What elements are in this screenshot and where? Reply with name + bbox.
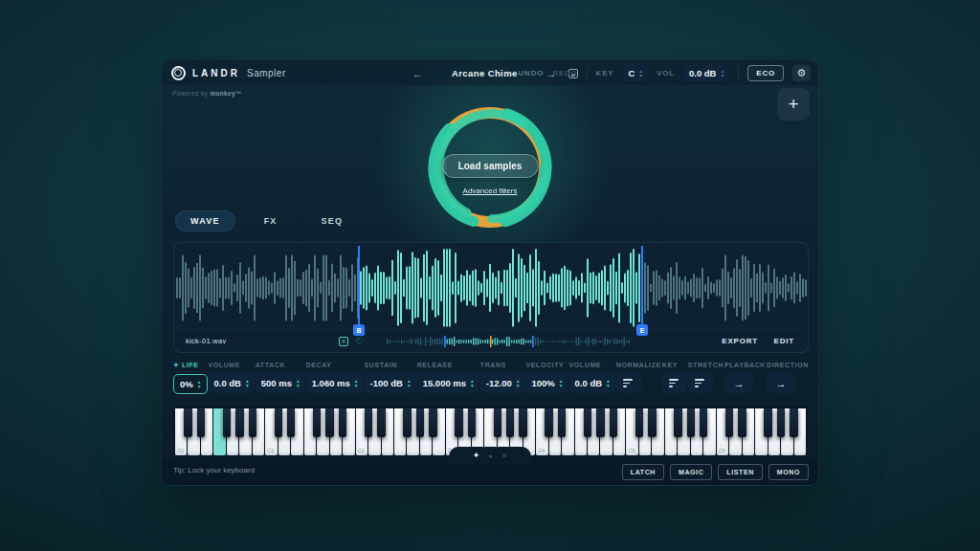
black-key[interactable] bbox=[687, 408, 695, 437]
black-key[interactable] bbox=[584, 408, 591, 437]
black-key[interactable] bbox=[790, 408, 797, 437]
param-value-box[interactable]: 1.060 ms▴▾ bbox=[306, 373, 364, 393]
bar bbox=[623, 383, 630, 385]
undo-button[interactable]: UNDO bbox=[519, 69, 545, 77]
black-key[interactable] bbox=[416, 408, 424, 437]
param-value-box[interactable]: -12.00▴▾ bbox=[480, 373, 525, 393]
tab-fx[interactable]: FX bbox=[249, 210, 293, 231]
black-key[interactable] bbox=[275, 408, 282, 437]
listen-button[interactable]: LISTEN bbox=[718, 464, 763, 480]
level-bars-icon[interactable] bbox=[616, 373, 641, 393]
favorite-heart-icon[interactable]: ♡ bbox=[355, 337, 364, 346]
load-samples-button[interactable]: Load samples bbox=[442, 154, 539, 178]
black-key[interactable] bbox=[468, 408, 476, 437]
prev-preset-icon[interactable]: ← bbox=[412, 68, 423, 79]
black-key[interactable] bbox=[365, 408, 372, 437]
export-button[interactable]: EXPORT bbox=[722, 337, 758, 345]
param-value-box[interactable]: 100%▴▾ bbox=[525, 373, 568, 393]
black-key[interactable] bbox=[235, 408, 243, 437]
param-value-box[interactable]: 0%▴▾ bbox=[173, 374, 208, 394]
close-icon[interactable]: ✕ bbox=[501, 452, 508, 460]
black-key[interactable] bbox=[635, 408, 643, 437]
black-key[interactable] bbox=[725, 408, 733, 437]
black-key[interactable] bbox=[339, 408, 346, 437]
mono-button[interactable]: MONO bbox=[768, 464, 809, 480]
black-key[interactable] bbox=[777, 408, 785, 437]
vol-input[interactable]: 0.0 dB ▴▾ bbox=[683, 65, 729, 81]
level-bars-icon[interactable] bbox=[688, 373, 713, 393]
bar bbox=[669, 386, 673, 387]
black-key[interactable] bbox=[519, 408, 526, 437]
octave-label: C6 bbox=[719, 448, 725, 453]
stepper-icon[interactable]: ▴▾ bbox=[408, 379, 411, 387]
param-value-box[interactable]: 500 ms▴▾ bbox=[256, 373, 305, 393]
black-key[interactable] bbox=[197, 408, 205, 437]
black-key[interactable] bbox=[545, 408, 552, 437]
waveform-display[interactable] bbox=[175, 247, 807, 329]
black-key[interactable] bbox=[429, 408, 436, 437]
sparkle-icon[interactable]: ✦ bbox=[473, 451, 480, 460]
redo-button[interactable]: REDO bbox=[552, 69, 577, 77]
level-bars-icon[interactable] bbox=[662, 373, 687, 393]
record-dot-icon[interactable]: ● bbox=[488, 452, 492, 459]
waveform-overview-strip[interactable] bbox=[387, 336, 632, 347]
stepper-icon[interactable]: ▴▾ bbox=[560, 379, 563, 387]
powered-by-label: Powered by monkey™ bbox=[172, 90, 242, 97]
black-key[interactable] bbox=[249, 408, 256, 437]
black-key[interactable] bbox=[738, 408, 746, 437]
param-value: -12.00 bbox=[486, 378, 512, 388]
param-value-box[interactable]: 15.000 ms▴▾ bbox=[417, 373, 479, 393]
stepper-icon[interactable]: ▴▾ bbox=[355, 379, 358, 387]
black-key[interactable] bbox=[764, 408, 771, 437]
stepper-icon[interactable]: ▴▾ bbox=[246, 379, 249, 387]
black-key[interactable] bbox=[287, 408, 295, 437]
advanced-filters-link[interactable]: Advanced filters bbox=[463, 187, 518, 195]
black-key[interactable] bbox=[377, 408, 385, 437]
black-key[interactable] bbox=[494, 408, 501, 437]
selection-end-marker[interactable]: E bbox=[641, 246, 643, 334]
add-sample-button[interactable]: + bbox=[777, 88, 810, 121]
random-sample-icon[interactable]: ✕ bbox=[339, 337, 348, 346]
latch-button[interactable]: LATCH bbox=[622, 464, 664, 480]
settings-gear-icon[interactable]: ⚙ bbox=[792, 65, 811, 81]
black-key[interactable] bbox=[610, 408, 617, 437]
stepper-icon[interactable]: ▴▾ bbox=[471, 379, 474, 387]
black-key[interactable] bbox=[403, 408, 411, 437]
stepper-icon[interactable]: ▴▾ bbox=[517, 379, 520, 387]
black-key[interactable] bbox=[648, 408, 656, 437]
param-value-box[interactable]: 0.0 dB▴▾ bbox=[208, 373, 254, 393]
arrow-right-icon[interactable]: → bbox=[767, 373, 795, 393]
key-stepper-icon[interactable]: ▴▾ bbox=[639, 69, 642, 77]
desktop-background: LANDR Sampler ← Arcane Chime → UNDO REDO… bbox=[0, 0, 980, 551]
param-label: TRANS bbox=[480, 362, 525, 368]
param-value-box[interactable]: 0.0 dB▴▾ bbox=[569, 373, 615, 393]
param-value: 0.0 dB bbox=[213, 378, 241, 388]
vol-stepper-icon[interactable]: ▴▾ bbox=[721, 69, 724, 77]
stepper-icon[interactable]: ▴▾ bbox=[198, 380, 201, 388]
stepper-icon[interactable]: ▴▾ bbox=[607, 379, 610, 387]
black-key[interactable] bbox=[455, 408, 462, 437]
footer-bar: ✦ ● ✕ Tip: Lock your keyboard LATCHMAGIC… bbox=[162, 458, 818, 485]
black-key[interactable] bbox=[325, 408, 333, 437]
param-key: KEY bbox=[662, 362, 687, 394]
param-value-box[interactable]: -100 dB▴▾ bbox=[365, 373, 416, 393]
arrow-right-icon[interactable]: → bbox=[724, 373, 753, 393]
black-key[interactable] bbox=[674, 408, 681, 437]
eco-button[interactable]: ECO bbox=[747, 65, 784, 81]
param-normalize: NORMALIZE bbox=[616, 362, 661, 394]
black-key[interactable] bbox=[223, 408, 231, 437]
black-key[interactable] bbox=[506, 408, 514, 437]
black-key[interactable] bbox=[558, 408, 566, 437]
black-key[interactable] bbox=[596, 408, 604, 437]
tab-wave[interactable]: WAVE bbox=[175, 210, 235, 231]
magic-button[interactable]: MAGIC bbox=[670, 464, 712, 480]
black-key[interactable] bbox=[313, 408, 321, 437]
black-key[interactable] bbox=[700, 408, 707, 437]
edit-button[interactable]: EDIT bbox=[774, 337, 794, 345]
key-select[interactable]: C ▴▾ bbox=[622, 65, 648, 81]
selection-begin-marker[interactable]: B bbox=[358, 246, 360, 334]
stepper-icon[interactable]: ▴▾ bbox=[297, 379, 300, 387]
black-key[interactable] bbox=[184, 408, 191, 437]
tab-seq[interactable]: SEQ bbox=[306, 210, 359, 231]
bar bbox=[623, 386, 627, 387]
